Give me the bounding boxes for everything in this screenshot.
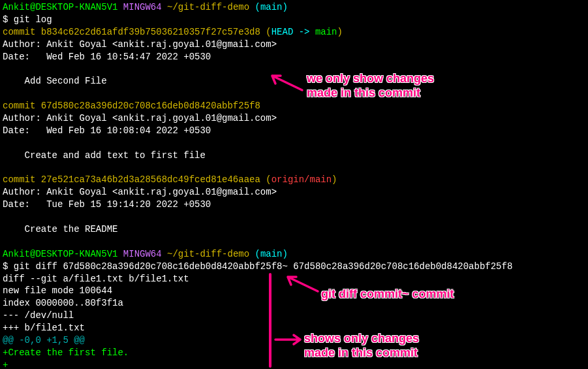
- prompt-path: ~/git-diff-demo: [167, 2, 249, 12]
- commit-hash: b834c62c2d61afdf39b75036210357f27c57e3d8: [41, 27, 260, 37]
- prompt-shell: MINGW64: [123, 249, 162, 259]
- terminal-output[interactable]: Ankit@DESKTOP-KNAN5V1 MINGW64 ~/git-diff…: [3, 1, 585, 369]
- commit-message: Create the README: [3, 223, 585, 236]
- prompt-branch: (main): [255, 249, 288, 259]
- prompt-user: Ankit@DESKTOP-KNAN5V1: [3, 2, 117, 12]
- annotation-text: git diff commit~ commit: [321, 287, 454, 302]
- annotation-text: we only show changes made in this commit: [307, 72, 434, 100]
- prompt-path: ~/git-diff-demo: [167, 249, 249, 259]
- date-line: Date: Wed Feb 16 10:08:04 2022 +0530: [3, 125, 585, 137]
- prompt-line: Ankit@DESKTOP-KNAN5V1 MINGW64 ~/git-diff…: [3, 248, 585, 261]
- commit-message: Create and add text to first file: [3, 150, 585, 162]
- arrow-icon: [266, 71, 305, 97]
- branch-ref: main: [315, 27, 337, 37]
- diff-minus: --- /dev/null: [3, 310, 585, 322]
- diff-add: +: [3, 359, 585, 369]
- author-line: Author: Ankit Goyal <ankit.raj.goyal.01@…: [3, 39, 585, 51]
- head-ref: HEAD ->: [271, 27, 315, 37]
- commit-line: commit 27e521ca73a46b2d3a28568dc49fced81…: [3, 174, 585, 186]
- arrow-icon: [282, 273, 321, 294]
- commit-line: commit 67d580c28a396d20c708c16deb0d8420a…: [3, 100, 585, 112]
- commit-hash: 67d580c28a396d20c708c16deb0d8420abbf25f8: [41, 101, 260, 111]
- prompt-user: Ankit@DESKTOP-KNAN5V1: [3, 249, 117, 259]
- diff-index: index 0000000..80f3f1a: [3, 297, 585, 310]
- command: $ git log: [3, 14, 585, 26]
- origin-ref: origin/main: [271, 174, 332, 185]
- annotation-line: [269, 273, 271, 368]
- date-line: Date: Tue Feb 15 19:14:20 2022 +0530: [3, 199, 585, 211]
- diff-add: +Create the first file.: [3, 347, 585, 359]
- author-line: Author: Ankit Goyal <ankit.raj.goyal.01@…: [3, 112, 585, 125]
- commit-hash: 27e521ca73a46b2d3a28568dc49fced81e46aaea: [41, 174, 260, 185]
- command: $ git diff 67d580c28a396d20c708c16deb0d8…: [3, 261, 585, 273]
- annotation-text: shows only changes made in this commit: [304, 332, 419, 360]
- date-line: Date: Wed Feb 16 10:54:47 2022 +0530: [3, 51, 585, 63]
- commit-line: commit b834c62c2d61afdf39b75036210357f27…: [3, 26, 585, 39]
- prompt-shell: MINGW64: [123, 2, 162, 12]
- prompt-branch: (main): [255, 2, 288, 12]
- author-line: Author: Ankit Goyal <ankit.raj.goyal.01@…: [3, 186, 585, 199]
- prompt-line: Ankit@DESKTOP-KNAN5V1 MINGW64 ~/git-diff…: [3, 1, 585, 14]
- arrow-icon: [274, 333, 304, 346]
